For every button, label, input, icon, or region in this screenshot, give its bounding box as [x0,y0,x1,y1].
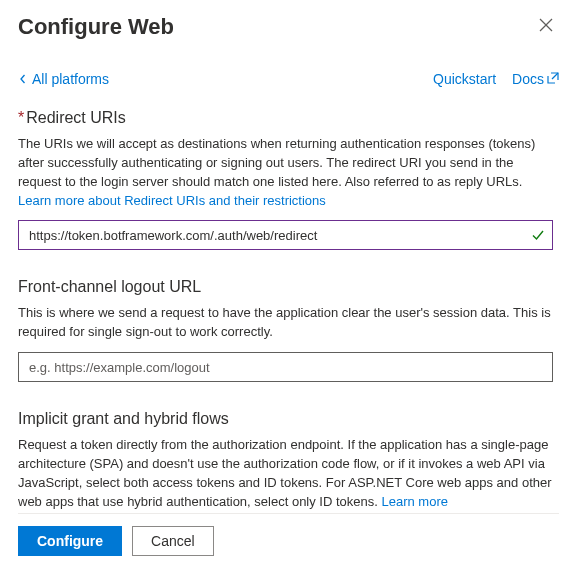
docs-link-label: Docs [512,71,544,87]
cancel-button[interactable]: Cancel [132,526,214,556]
scroll-area[interactable]: *Redirect URIs The URIs we will accept a… [18,109,559,513]
footer: Configure Cancel [18,513,559,568]
logout-url-input[interactable] [18,352,553,382]
quickstart-link[interactable]: Quickstart [433,71,496,87]
configure-button[interactable]: Configure [18,526,122,556]
docs-link[interactable]: Docs [512,71,559,87]
redirect-uri-input[interactable] [18,220,553,250]
implicit-grant-learn-link[interactable]: Learn more [382,494,448,509]
redirect-uris-learn-link[interactable]: Learn more about Redirect URIs and their… [18,192,553,211]
chevron-left-icon [18,71,28,87]
implicit-grant-title: Implicit grant and hybrid flows [18,410,553,428]
close-icon [539,20,553,35]
page-title: Configure Web [18,14,174,40]
redirect-uris-desc: The URIs we will accept as destinations … [18,135,553,210]
toolbar: All platforms Quickstart Docs [18,71,559,87]
implicit-grant-desc: Request a token directly from the author… [18,436,553,511]
redirect-uri-input-wrap [18,220,553,250]
panel-header: Configure Web [18,12,559,41]
back-link-label: All platforms [32,71,109,87]
required-indicator: * [18,109,24,126]
redirect-uris-section: *Redirect URIs The URIs we will accept a… [18,109,553,250]
logout-url-title: Front-channel logout URL [18,278,553,296]
logout-url-desc: This is where we send a request to have … [18,304,553,342]
back-link[interactable]: All platforms [18,71,109,87]
external-link-icon [547,71,559,87]
logout-url-section: Front-channel logout URL This is where w… [18,278,553,382]
quickstart-link-label: Quickstart [433,71,496,87]
logout-url-input-wrap [18,352,553,382]
implicit-grant-section: Implicit grant and hybrid flows Request … [18,410,553,511]
redirect-uris-title: *Redirect URIs [18,109,553,127]
close-button[interactable] [533,12,559,41]
